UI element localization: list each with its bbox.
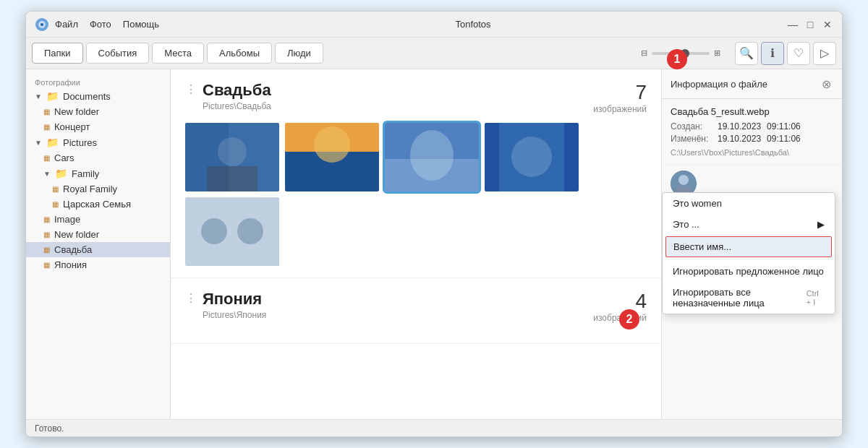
badge-circle-1: 1 bbox=[667, 49, 687, 69]
folder-icon: 📁 bbox=[55, 168, 67, 179]
context-menu-label: Это women bbox=[673, 198, 722, 209]
expand-arrow-icon: ▼ bbox=[35, 92, 42, 100]
context-menu-label: Это ... bbox=[673, 219, 699, 230]
face-row: Это women Это ... ▶ Ввести имя... Игнори… bbox=[662, 165, 842, 202]
context-menu-label: Ввести имя... bbox=[673, 241, 731, 252]
svg-point-18 bbox=[237, 218, 263, 244]
window-title: Tonfotos bbox=[159, 19, 787, 30]
window-controls: — □ ✕ bbox=[787, 19, 833, 30]
info-panel-title: Информация о файле bbox=[671, 79, 767, 90]
drag-handle-icon: ⋮ bbox=[185, 81, 197, 96]
context-menu-shortcut: Ctrl + I bbox=[807, 289, 825, 306]
menu-photo[interactable]: Фото bbox=[90, 19, 111, 30]
sidebar-section-label: Фотографии bbox=[26, 75, 170, 88]
photo-thumb[interactable] bbox=[185, 197, 279, 266]
sidebar-item-japan[interactable]: ▦ Япония bbox=[26, 257, 170, 272]
context-menu: Это women Это ... ▶ Ввести имя... Игнори… bbox=[662, 192, 835, 314]
grid-icon: ▦ bbox=[52, 200, 59, 208]
svg-point-15 bbox=[511, 137, 552, 177]
context-menu-label: Игнорировать предложенное лицо bbox=[673, 266, 824, 277]
tab-places[interactable]: Места bbox=[152, 43, 204, 64]
play-button[interactable]: ▷ bbox=[813, 42, 836, 65]
sidebar-item-wedding[interactable]: ▦ Свадьба bbox=[26, 242, 170, 257]
sidebar-item-label: Royal Family bbox=[63, 184, 117, 194]
folder-path: Pictures\Свадьба bbox=[203, 101, 593, 111]
svg-point-20 bbox=[678, 175, 689, 185]
sidebar: Фотографии ▼ 📁 Documents ▦ New folder ▦ … bbox=[26, 69, 171, 419]
context-menu-item-ignore-all[interactable]: Игнорировать все неназначенные лица Ctrl… bbox=[663, 282, 835, 314]
sidebar-item-label: Image bbox=[54, 214, 80, 225]
grid-icon: ▦ bbox=[43, 154, 50, 162]
folder-japan: ⋮ Япония Pictures\Япония 4 изображений bbox=[171, 278, 661, 344]
submenu-arrow-icon: ▶ bbox=[817, 219, 825, 230]
minimize-button[interactable]: — bbox=[787, 19, 799, 30]
sidebar-item-label: Япония bbox=[54, 259, 87, 270]
info-button[interactable]: ℹ bbox=[761, 42, 784, 65]
close-button[interactable]: ✕ bbox=[822, 19, 833, 30]
created-time: 09:11:06 bbox=[767, 121, 801, 132]
context-menu-item-enter-name[interactable]: Ввести имя... bbox=[665, 236, 832, 257]
grid-icon: ▦ bbox=[43, 231, 50, 238]
sidebar-item-family[interactable]: ▼ 📁 Family bbox=[26, 165, 170, 181]
modified-time: 09:11:06 bbox=[767, 134, 801, 144]
grid-icon: ▦ bbox=[43, 123, 50, 131]
grid-icon: ▦ bbox=[43, 215, 50, 223]
context-menu-item-ignore-face[interactable]: Игнорировать предложенное лицо bbox=[663, 261, 835, 282]
svg-point-17 bbox=[201, 218, 227, 244]
sidebar-item-concert[interactable]: ▦ Концерт bbox=[26, 119, 170, 134]
svg-point-5 bbox=[218, 137, 247, 166]
folder-count: 7 bbox=[593, 81, 647, 104]
context-menu-item-this-women[interactable]: Это women bbox=[663, 193, 835, 214]
sidebar-item-pictures[interactable]: ▼ 📁 Pictures bbox=[26, 134, 170, 150]
svg-point-9 bbox=[314, 126, 350, 163]
drag-handle-icon: ⋮ bbox=[185, 290, 197, 305]
search-button[interactable]: 🔍 bbox=[735, 42, 758, 65]
tab-events[interactable]: События bbox=[86, 43, 150, 64]
folder-icon: 📁 bbox=[46, 90, 59, 102]
context-menu-label: Игнорировать все неназначенные лица bbox=[673, 287, 807, 309]
modified-label: Изменён: bbox=[671, 134, 718, 144]
sidebar-item-new-folder[interactable]: ▦ New folder bbox=[26, 104, 170, 119]
sidebar-item-label: New folder bbox=[54, 229, 99, 240]
photo-thumb[interactable] bbox=[185, 123, 279, 191]
created-date: 19.10.2023 bbox=[718, 121, 761, 132]
menu-file[interactable]: Файл bbox=[55, 19, 78, 30]
context-menu-item-this-dots[interactable]: Это ... ▶ bbox=[663, 214, 835, 235]
sidebar-item-label: Свадьба bbox=[54, 244, 92, 255]
tab-folders[interactable]: Папки bbox=[32, 43, 83, 64]
created-label: Создан: bbox=[671, 121, 718, 132]
status-text: Готово. bbox=[35, 423, 64, 434]
photo-thumb[interactable] bbox=[285, 123, 379, 191]
expand-arrow-icon: ▼ bbox=[35, 139, 42, 147]
titlebar: Файл Фото Помощь Tonfotos — □ ✕ bbox=[26, 12, 842, 38]
photo-thumb[interactable] bbox=[485, 123, 579, 191]
grid-icon: ▦ bbox=[43, 246, 50, 254]
tab-albums[interactable]: Альбомы bbox=[207, 43, 272, 64]
svg-rect-16 bbox=[185, 197, 279, 266]
sidebar-item-documents[interactable]: ▼ 📁 Documents bbox=[26, 88, 170, 104]
zoom-large-icon: ⊞ bbox=[714, 48, 720, 58]
badge-1: 1 bbox=[667, 49, 687, 69]
photo-grid-wedding bbox=[185, 123, 647, 266]
sidebar-item-label: Pictures bbox=[63, 137, 97, 148]
sidebar-item-new-folder2[interactable]: ▦ New folder bbox=[26, 227, 170, 242]
sidebar-item-royal-family[interactable]: ▦ Royal Family bbox=[26, 181, 170, 197]
grid-icon: ▦ bbox=[43, 261, 50, 269]
photo-thumb-selected[interactable] bbox=[385, 123, 479, 191]
main-area: Фотографии ▼ 📁 Documents ▦ New folder ▦ … bbox=[26, 69, 842, 419]
favorite-button[interactable]: ♡ bbox=[787, 42, 810, 65]
menu-help[interactable]: Помощь bbox=[123, 19, 159, 30]
sidebar-item-cars[interactable]: ▦ Cars bbox=[26, 150, 170, 165]
context-menu-separator bbox=[663, 259, 835, 259]
folder-path: Pictures\Япония bbox=[203, 310, 593, 320]
sidebar-item-label: Царская Семья bbox=[63, 199, 131, 210]
zoom-small-icon: ⊟ bbox=[641, 48, 647, 58]
maximize-button[interactable]: □ bbox=[804, 19, 816, 30]
sidebar-item-tsar-family[interactable]: ▦ Царская Семья bbox=[26, 197, 170, 212]
app-logo bbox=[35, 17, 49, 32]
sidebar-item-image[interactable]: ▦ Image bbox=[26, 212, 170, 227]
expand-arrow-icon: ▼ bbox=[43, 170, 51, 178]
tab-people[interactable]: Люди bbox=[275, 43, 323, 64]
info-panel-close-button[interactable]: ⊗ bbox=[819, 77, 833, 91]
svg-rect-6 bbox=[207, 166, 258, 191]
